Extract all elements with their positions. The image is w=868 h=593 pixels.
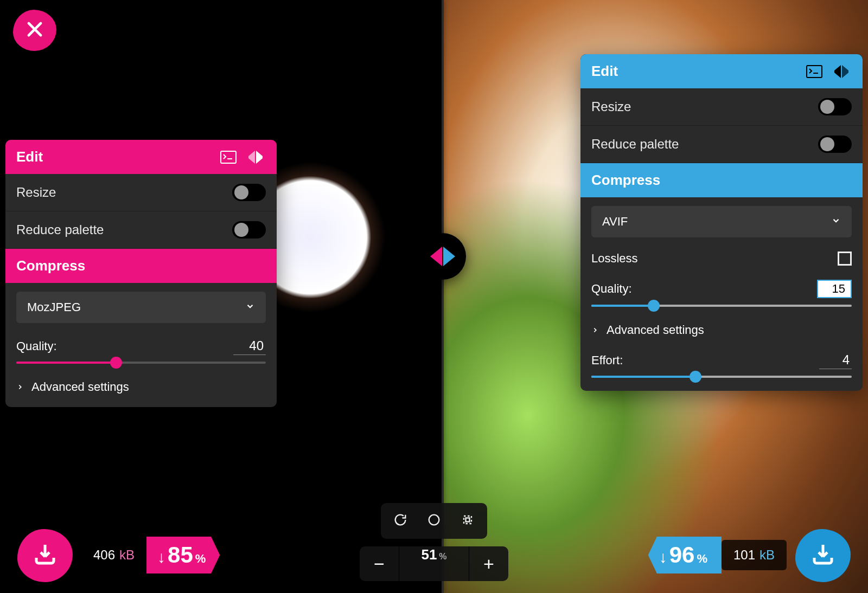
- zoom-value[interactable]: 51 %: [399, 546, 469, 581]
- reduction-badge-left: ↓ 85 %: [146, 537, 220, 573]
- svg-rect-4: [466, 518, 470, 522]
- plus-icon: +: [483, 553, 494, 575]
- percent-sign: %: [195, 552, 206, 566]
- chevron-right-icon: [16, 380, 24, 394]
- codec-value: MozJPEG: [27, 300, 81, 314]
- advanced-toggle-left[interactable]: Advanced settings: [16, 380, 266, 394]
- triangle-left-icon: [430, 247, 442, 266]
- filesize-right: 101 kB: [722, 540, 787, 570]
- quality-slider-right[interactable]: [591, 305, 852, 307]
- reduce-palette-toggle-left[interactable]: [232, 221, 266, 239]
- download-icon: [810, 542, 836, 570]
- reduce-palette-row-right: Reduce palette: [580, 126, 863, 163]
- quality-input-right[interactable]: 15: [817, 280, 852, 298]
- compress-header-left: Compress: [5, 249, 277, 283]
- svg-point-2: [429, 515, 439, 525]
- effort-slider[interactable]: [591, 376, 852, 378]
- effort-label: Effort:: [591, 353, 623, 368]
- reduction-value: 85: [168, 542, 193, 568]
- quality-input-left[interactable]: 40: [233, 337, 266, 355]
- triangle-right-icon: [443, 247, 455, 266]
- view-toolbar: [381, 503, 487, 539]
- filesize-unit: kB: [760, 547, 775, 563]
- compare-handle[interactable]: [419, 233, 466, 280]
- download-button-right[interactable]: [795, 529, 851, 582]
- zoom-unit: %: [439, 552, 446, 562]
- zoom-in-button[interactable]: +: [469, 546, 508, 581]
- compress-title: Compress: [16, 257, 85, 274]
- zoom-controls: − 51 % +: [360, 546, 508, 581]
- codec-select-right[interactable]: AVIF: [591, 206, 852, 237]
- download-button-left[interactable]: [17, 529, 73, 582]
- lossless-field: Lossless: [591, 252, 852, 266]
- minus-icon: −: [374, 553, 385, 575]
- collapse-panel-icon[interactable]: [245, 150, 266, 165]
- close-icon: [24, 19, 45, 42]
- zoom-number: 51: [421, 546, 437, 563]
- stats-right: 101 kB ↓ 96 %: [648, 537, 787, 573]
- svg-rect-3: [464, 516, 471, 524]
- arrow-down-icon: ↓: [659, 548, 667, 566]
- close-button[interactable]: [13, 10, 56, 51]
- chevron-down-icon: [831, 215, 841, 229]
- svg-rect-1: [807, 66, 822, 78]
- download-icon: [32, 542, 58, 570]
- quality-label: Quality:: [591, 282, 632, 296]
- percent-sign: %: [697, 552, 707, 566]
- collapse-panel-icon[interactable]: [831, 64, 852, 79]
- reduction-badge-right: ↓ 96 %: [648, 537, 722, 573]
- cli-copy-icon[interactable]: [805, 64, 824, 79]
- filesize-value: 406: [93, 547, 115, 563]
- filesize-value: 101: [733, 547, 755, 563]
- resize-label: Resize: [16, 185, 56, 200]
- quality-slider-left[interactable]: [16, 362, 266, 364]
- advanced-label: Advanced settings: [607, 323, 704, 337]
- quality-label: Quality:: [16, 339, 57, 353]
- zoom-out-button[interactable]: −: [360, 546, 399, 581]
- edit-title: Edit: [591, 63, 618, 80]
- rotate-icon: [393, 512, 408, 530]
- filesize-left: 406 kB: [81, 540, 146, 570]
- resize-label: Resize: [591, 99, 631, 114]
- chevron-right-icon: [591, 323, 599, 337]
- lossless-label: Lossless: [591, 252, 638, 266]
- compress-header-right: Compress: [580, 163, 863, 197]
- reduce-palette-label: Reduce palette: [16, 222, 104, 237]
- rotate-button[interactable]: [385, 507, 416, 534]
- quality-field-right: Quality: 15: [591, 280, 852, 298]
- stats-left: 406 kB ↓ 85 %: [81, 537, 220, 573]
- background-button[interactable]: [419, 507, 449, 534]
- resize-row-left: Resize: [5, 174, 277, 211]
- arrow-down-icon: ↓: [157, 548, 165, 566]
- advanced-label: Advanced settings: [31, 380, 129, 394]
- codec-value: AVIF: [602, 215, 628, 229]
- resize-toggle-left[interactable]: [232, 184, 266, 201]
- edit-header-left: Edit: [5, 140, 277, 174]
- reduce-palette-label: Reduce palette: [591, 137, 679, 152]
- left-options-panel: Edit Resize Reduce palette Compress MozJ…: [5, 140, 277, 407]
- reduction-value: 96: [669, 542, 695, 568]
- quality-field-left: Quality: 40: [16, 337, 266, 355]
- codec-select-left[interactable]: MozJPEG: [16, 292, 266, 323]
- reduce-palette-toggle-right[interactable]: [818, 136, 852, 153]
- resize-toggle-right[interactable]: [818, 98, 852, 115]
- edit-title: Edit: [16, 149, 43, 165]
- advanced-toggle-right[interactable]: Advanced settings: [591, 323, 852, 337]
- crop-button[interactable]: [452, 507, 483, 534]
- crop-icon: [460, 512, 475, 530]
- svg-rect-0: [221, 151, 236, 163]
- chevron-down-icon: [245, 300, 255, 314]
- reduce-palette-row-left: Reduce palette: [5, 211, 277, 249]
- compress-title: Compress: [591, 172, 660, 189]
- edit-header-right: Edit: [580, 54, 863, 88]
- effort-input[interactable]: 4: [819, 351, 852, 369]
- circle-icon: [426, 512, 442, 530]
- filesize-unit: kB: [119, 547, 135, 563]
- lossless-checkbox[interactable]: [838, 252, 852, 266]
- effort-field: Effort: 4: [591, 351, 852, 369]
- right-options-panel: Edit Resize Reduce palette Compress AVIF…: [580, 54, 863, 391]
- resize-row-right: Resize: [580, 88, 863, 126]
- cli-copy-icon[interactable]: [219, 150, 238, 165]
